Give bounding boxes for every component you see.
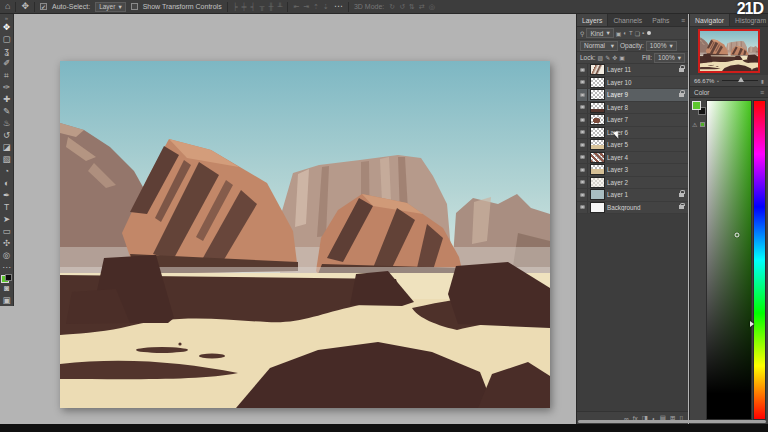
eyedropper-tool[interactable]: ✑ (3, 81, 10, 93)
zoom-percentage[interactable]: 66.67% (694, 78, 714, 84)
layer-row[interactable]: Layer 1 (577, 189, 688, 202)
visibility-eye-icon[interactable] (580, 68, 585, 72)
history-brush-tool[interactable]: ↺ (3, 129, 10, 141)
filter-type-icon[interactable]: T (629, 30, 633, 36)
distribute-right-icon[interactable]: ⇥ (303, 2, 309, 11)
tab-channels[interactable]: Channels (608, 14, 647, 26)
align-right-icon[interactable]: ╡ (251, 2, 256, 11)
auto-select-target-dropdown[interactable]: Layer ▾ (95, 2, 126, 12)
layer-row[interactable]: Layer 7 (577, 114, 688, 127)
auto-select-checkbox[interactable]: ✓ (40, 3, 47, 10)
type-tool[interactable]: T (4, 201, 9, 213)
quick-mask-button[interactable]: ◙ (4, 282, 9, 294)
hand-tool[interactable]: ✣ (3, 237, 10, 249)
dodge-tool[interactable]: ◐ (4, 177, 9, 189)
zoom-tool[interactable]: ◎ (3, 249, 10, 261)
horizontal-scrollbar[interactable] (578, 420, 766, 423)
quick-selection-tool[interactable]: ✐ (3, 57, 10, 69)
layer-thumbnail[interactable] (591, 65, 604, 74)
shape-tool[interactable]: ▭ (2, 225, 10, 237)
hue-slider-marker[interactable] (750, 321, 754, 327)
layer-row[interactable]: Layer 2 (577, 177, 688, 190)
tab-paths[interactable]: Paths (647, 14, 674, 26)
screen-mode-button[interactable]: ▣ (2, 294, 10, 306)
zoom-slider-thumb[interactable] (738, 77, 744, 82)
3d-drag-icon[interactable]: ⇅ (409, 2, 415, 11)
zoom-slider[interactable] (722, 80, 758, 81)
path-selection-tool[interactable]: ➤ (3, 213, 10, 225)
filter-shape-icon[interactable]: ❏ (635, 30, 640, 37)
layer-row[interactable]: Layer 6 (577, 127, 688, 140)
lock-position-icon[interactable]: ✥ (612, 54, 617, 61)
color-selector-dot[interactable] (734, 232, 739, 237)
visibility-eye-icon[interactable] (580, 105, 585, 109)
3d-scale-icon[interactable]: ◎ (429, 2, 435, 11)
visibility-eye-icon[interactable] (580, 143, 585, 147)
panel-menu-icon[interactable]: ≡ (760, 89, 764, 96)
lasso-tool[interactable]: ʓ (4, 45, 9, 57)
layer-thumbnail[interactable] (591, 115, 604, 124)
visibility-eye-icon[interactable] (580, 118, 585, 122)
filter-adjustment-icon[interactable]: ◐ (623, 30, 627, 36)
layer-thumbnail[interactable] (591, 165, 604, 174)
saturation-brightness-field[interactable] (707, 101, 751, 419)
crop-tool[interactable]: ⌗ (4, 69, 9, 81)
marquee-tool[interactable]: ▢ (2, 33, 10, 45)
layer-thumbnail[interactable] (591, 128, 604, 137)
layer-row[interactable]: Layer 11 (577, 64, 688, 77)
more-options-icon[interactable]: ⋯ (334, 2, 343, 11)
lock-pixels-icon[interactable]: ✎ (605, 54, 610, 61)
layer-thumbnail[interactable] (591, 78, 604, 87)
visibility-eye-icon[interactable] (580, 168, 585, 172)
layer-row-selected[interactable]: Layer 9 (577, 89, 688, 102)
tab-color[interactable]: Color (694, 89, 710, 96)
visibility-eye-icon[interactable] (580, 93, 585, 97)
align-center-icon[interactable]: ╪ (242, 2, 247, 11)
zoom-out-icon[interactable]: ▪ (717, 78, 719, 84)
align-middle-icon[interactable]: ╫ (269, 2, 274, 11)
layer-row-background[interactable]: Background (577, 202, 688, 215)
layer-row[interactable]: Layer 4 (577, 152, 688, 165)
layer-thumbnail[interactable] (591, 190, 604, 199)
clone-stamp-tool[interactable]: ♨ (3, 117, 11, 129)
align-left-icon[interactable]: ╞ (233, 2, 238, 11)
pen-tool[interactable]: ✒ (3, 189, 10, 201)
align-top-icon[interactable]: ╥ (260, 2, 265, 11)
navigator-view-box[interactable] (698, 29, 760, 73)
filter-pixel-icon[interactable]: ▣ (616, 30, 622, 37)
layer-thumbnail[interactable] (591, 90, 604, 99)
gradient-tool[interactable]: ▧ (2, 153, 10, 165)
hue-slider[interactable] (754, 101, 765, 419)
3d-rotate-icon[interactable]: ↻ (389, 2, 395, 11)
align-bottom-icon[interactable]: ╨ (277, 2, 282, 11)
layer-row[interactable]: Layer 3 (577, 164, 688, 177)
zoom-in-icon[interactable]: ▮ (761, 78, 764, 84)
websafe-color-chip[interactable] (700, 122, 705, 127)
layer-row[interactable]: Layer 8 (577, 102, 688, 115)
layer-row[interactable]: Layer 5 (577, 139, 688, 152)
visibility-eye-icon[interactable] (580, 205, 585, 209)
3d-roll-icon[interactable]: ↺ (399, 2, 405, 11)
blur-tool[interactable]: ◔ (4, 165, 9, 177)
show-transform-checkbox[interactable] (131, 3, 138, 10)
visibility-eye-icon[interactable] (580, 155, 585, 159)
3d-slide-icon[interactable]: ⇄ (419, 2, 425, 11)
home-icon[interactable]: ⌂ (5, 2, 10, 11)
filter-toggle[interactable] (647, 31, 651, 35)
eraser-tool[interactable]: ◪ (2, 141, 10, 153)
brush-tool[interactable]: ✎ (3, 105, 10, 117)
layer-thumbnail[interactable] (591, 178, 604, 187)
layer-thumbnail[interactable] (591, 140, 604, 149)
fill-value[interactable]: 100% ▾ (654, 53, 685, 63)
tab-navigator[interactable]: Navigator (690, 14, 730, 26)
document-canvas[interactable] (60, 61, 550, 408)
layer-row[interactable]: Layer 10 (577, 77, 688, 90)
background-color-swatch[interactable] (5, 274, 12, 281)
foreground-color-chip[interactable] (692, 101, 701, 110)
lock-transparency-icon[interactable]: ▨ (598, 54, 604, 61)
move-tool[interactable]: ✥ (3, 21, 10, 33)
blend-mode-dropdown[interactable]: Normal ▾ (580, 41, 618, 51)
layer-thumbnail[interactable] (591, 103, 604, 112)
tab-layers[interactable]: Layers (577, 14, 608, 26)
layer-thumbnail[interactable] (591, 153, 604, 162)
